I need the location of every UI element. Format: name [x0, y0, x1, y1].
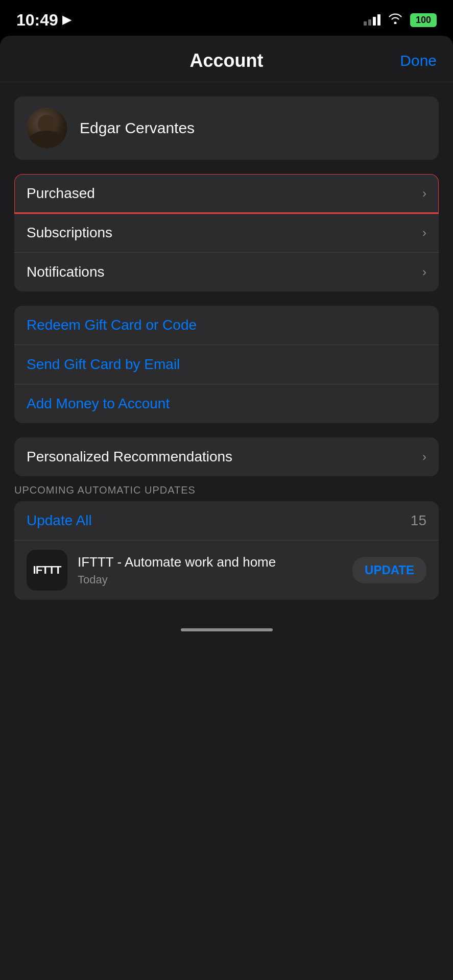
home-indicator	[0, 620, 453, 636]
menu-card: Purchased › Subscriptions › Notification…	[14, 174, 439, 291]
app-icon: IFTTT	[27, 550, 67, 591]
menu-section: Purchased › Subscriptions › Notification…	[14, 174, 439, 291]
avatar	[27, 108, 67, 149]
notifications-row[interactable]: Notifications ›	[14, 252, 439, 291]
profile-row[interactable]: Edgar Cervantes	[14, 96, 439, 160]
subscriptions-label: Subscriptions	[27, 225, 112, 241]
add-money-label: Add Money to Account	[27, 396, 170, 412]
profile-section: Edgar Cervantes	[14, 96, 439, 160]
redeem-label: Redeem Gift Card or Code	[27, 317, 197, 333]
recommendations-label: Personalized Recommendations	[27, 449, 232, 465]
chevron-right-icon: ›	[422, 226, 426, 240]
subscriptions-row[interactable]: Subscriptions ›	[14, 213, 439, 252]
purchased-row[interactable]: Purchased ›	[14, 174, 439, 213]
app-date: Today	[78, 573, 342, 586]
updates-section: UPCOMING AUTOMATIC UPDATES Update All 15…	[0, 476, 453, 600]
status-bar: 10:49 ▶ 100	[0, 0, 453, 36]
time-display: 10:49	[16, 11, 58, 30]
updates-section-label: UPCOMING AUTOMATIC UPDATES	[0, 476, 453, 501]
redeem-gift-card-row[interactable]: Redeem Gift Card or Code	[14, 306, 439, 345]
app-info: IFTTT - Automate work and home Today	[78, 554, 342, 586]
recommendations-card: Personalized Recommendations ›	[14, 437, 439, 476]
gift-card-card: Redeem Gift Card or Code Send Gift Card …	[14, 306, 439, 423]
updates-card-wrapper: Update All 15 IFTTT IFTTT - Automate wor…	[14, 501, 439, 600]
add-money-row[interactable]: Add Money to Account	[14, 384, 439, 423]
chevron-right-icon: ›	[422, 186, 426, 201]
gift-card-section: Redeem Gift Card or Code Send Gift Card …	[14, 306, 439, 423]
app-row: IFTTT IFTTT - Automate work and home Tod…	[14, 540, 439, 600]
recommendations-section: Personalized Recommendations ›	[14, 437, 439, 476]
done-button[interactable]: Done	[400, 52, 437, 69]
update-all-label: Update All	[27, 512, 92, 529]
navigation-bar: Account Done	[0, 36, 453, 82]
avatar-image	[27, 108, 67, 149]
update-button[interactable]: UPDATE	[352, 557, 426, 583]
signal-icon	[364, 14, 380, 26]
wifi-icon	[388, 13, 403, 27]
main-content: Account Done Edgar Cervantes Purchased ›…	[0, 36, 453, 980]
send-gift-label: Send Gift Card by Email	[27, 356, 180, 373]
status-right-icons: 100	[364, 13, 437, 27]
page-title: Account	[190, 50, 264, 71]
status-time: 10:49 ▶	[16, 11, 71, 30]
battery-indicator: 100	[410, 13, 437, 27]
chevron-right-icon: ›	[422, 265, 426, 279]
chevron-right-icon: ›	[422, 450, 426, 464]
update-count: 15	[411, 512, 426, 529]
home-bar	[181, 628, 273, 631]
send-gift-card-row[interactable]: Send Gift Card by Email	[14, 345, 439, 384]
purchased-label: Purchased	[27, 185, 95, 202]
update-all-row[interactable]: Update All 15	[14, 501, 439, 540]
app-name: IFTTT - Automate work and home	[78, 554, 342, 571]
profile-card: Edgar Cervantes	[14, 96, 439, 160]
recommendations-row[interactable]: Personalized Recommendations ›	[14, 437, 439, 476]
profile-name: Edgar Cervantes	[80, 119, 195, 137]
updates-card: Update All 15 IFTTT IFTTT - Automate wor…	[14, 501, 439, 600]
location-icon: ▶	[62, 13, 71, 27]
notifications-label: Notifications	[27, 264, 105, 280]
